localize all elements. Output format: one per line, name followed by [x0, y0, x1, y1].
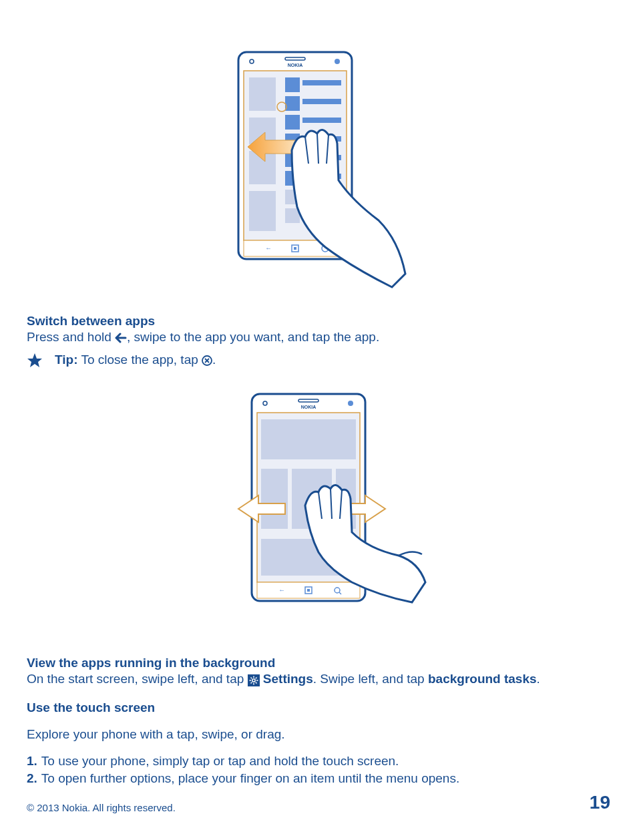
tip-row: Tip: To close the app, tap . [27, 351, 610, 369]
svg-line-59 [255, 677, 256, 678]
bg-line-after: . [537, 672, 540, 686]
touch-screen-intro: Explore your phone with a tap, swipe, or… [27, 726, 610, 743]
background-apps-line: On the start screen, swipe left, and tap… [27, 670, 610, 688]
intro-before: Press and hold [27, 330, 115, 344]
back-arrow-icon [115, 333, 127, 343]
svg-rect-39 [261, 419, 356, 459]
list-text: To use your phone, simply tap or tap and… [41, 753, 399, 770]
steps-list: 1. To use your phone, simply tap or tap … [27, 753, 610, 787]
svg-marker-32 [27, 353, 42, 367]
svg-line-58 [255, 682, 256, 683]
phone-task-switcher-illustration: NOKIA ← [198, 389, 439, 636]
settings-icon [248, 674, 260, 686]
svg-rect-47 [307, 589, 310, 592]
svg-line-60 [250, 682, 252, 683]
close-circle-icon [202, 355, 212, 366]
tip-after: . [212, 353, 216, 367]
svg-point-52 [252, 678, 254, 681]
tip-label: Tip: [55, 353, 77, 367]
page-number: 19 [590, 792, 610, 813]
page-footer: © 2013 Nokia. All rights reserved. 19 [27, 792, 610, 813]
svg-text:←: ← [278, 586, 285, 594]
bg-tasks-label: background tasks [428, 672, 537, 686]
brand-label-2: NOKIA [301, 405, 316, 409]
svg-rect-10 [302, 80, 341, 85]
settings-label: Settings [263, 672, 313, 686]
svg-rect-9 [285, 77, 300, 92]
svg-rect-5 [249, 77, 276, 111]
bg-line-before: On the start screen, swipe left, and tap [27, 672, 248, 686]
switch-apps-heading: Switch between apps [27, 314, 610, 329]
phone-swipe-left-illustration: NOKIA ← [218, 47, 419, 294]
svg-rect-40 [261, 469, 288, 529]
copyright-text: © 2013 Nokia. All rights reserved. [27, 802, 176, 813]
svg-rect-8 [249, 191, 276, 231]
touch-screen-heading: Use the touch screen [27, 700, 610, 715]
intro-after: , swipe to the app you want, and tap the… [127, 330, 379, 344]
svg-rect-14 [302, 118, 341, 123]
list-item: 2. To open further options, place your f… [27, 770, 610, 787]
svg-rect-12 [302, 99, 341, 104]
list-num: 2. [27, 770, 37, 787]
star-icon [27, 353, 43, 369]
svg-point-3 [335, 59, 340, 64]
svg-rect-29 [294, 247, 296, 250]
svg-point-37 [348, 401, 353, 406]
svg-rect-13 [285, 115, 300, 130]
list-item: 1. To use your phone, simply tap or tap … [27, 753, 610, 770]
tip-before: To close the app, tap [77, 353, 202, 367]
svg-rect-11 [285, 96, 300, 111]
list-text: To open further options, place your fing… [41, 770, 459, 787]
brand-label: NOKIA [288, 63, 303, 67]
tip-text: Tip: To close the app, tap . [55, 351, 216, 369]
svg-text:←: ← [265, 244, 272, 252]
switch-apps-intro: Press and hold , swipe to the app you wa… [27, 329, 610, 346]
bg-line-mid: . Swipe left, and tap [313, 672, 428, 686]
background-apps-heading: View the apps running in the background [27, 656, 610, 670]
list-num: 1. [27, 753, 37, 770]
svg-line-57 [250, 677, 252, 678]
